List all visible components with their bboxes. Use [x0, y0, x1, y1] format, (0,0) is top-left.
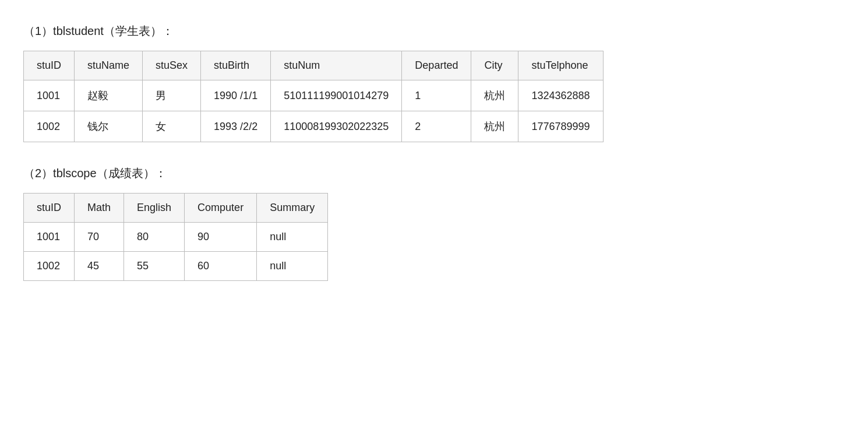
section1-header-row: stuIDstuNamestuSexstuBirthstuNumDeparted… — [24, 51, 604, 80]
table-row: 1002钱尔女1993 /2/21100081993020223252杭州177… — [24, 111, 604, 142]
table-cell: 1324362888 — [518, 80, 603, 111]
table-cell: 55 — [124, 252, 185, 281]
table-cell: 1001 — [24, 223, 75, 252]
section2-header-row: stuIDMathEnglishComputerSummary — [24, 194, 328, 223]
table-row: 1001赵毅男1990 /1/15101111990010142791杭州132… — [24, 80, 604, 111]
table-cell: 2 — [402, 111, 471, 142]
section1-col-header: stuName — [75, 51, 143, 80]
section1-col-header: stuBirth — [201, 51, 271, 80]
section2-col-header: English — [124, 194, 185, 223]
table-cell: 男 — [143, 80, 201, 111]
section1-col-header: City — [471, 51, 518, 80]
table-cell: 女 — [143, 111, 201, 142]
table-cell: 110008199302022325 — [271, 111, 402, 142]
section2-tbody: 1001708090null1002455560null — [24, 223, 328, 281]
section1: （1）tblstudent（学生表）： stuIDstuNamestuSexst… — [23, 23, 845, 142]
table-row: 1001708090null — [24, 223, 328, 252]
section1-title: （1）tblstudent（学生表）： — [23, 23, 845, 39]
table-row: 1002455560null — [24, 252, 328, 281]
section1-tbody: 1001赵毅男1990 /1/15101111990010142791杭州132… — [24, 80, 604, 142]
section2-table: stuIDMathEnglishComputerSummary 10017080… — [23, 193, 328, 281]
section1-col-header: stuID — [24, 51, 75, 80]
table-cell: 60 — [185, 252, 257, 281]
section1-table-wrapper: stuIDstuNamestuSexstuBirthstuNumDeparted… — [23, 51, 845, 142]
table-cell: 1993 /2/2 — [201, 111, 271, 142]
table-cell: 80 — [124, 223, 185, 252]
table-cell: 510111199001014279 — [271, 80, 402, 111]
section2-col-header: Computer — [185, 194, 257, 223]
table-cell: 1001 — [24, 80, 75, 111]
table-cell: null — [257, 223, 328, 252]
section2-title: （2）tblscope（成绩表）： — [23, 166, 845, 181]
table-cell: 1 — [402, 80, 471, 111]
section1-col-header: stuSex — [143, 51, 201, 80]
table-cell: 杭州 — [471, 111, 518, 142]
section2: （2）tblscope（成绩表）： stuIDMathEnglishComput… — [23, 166, 845, 281]
table-cell: 钱尔 — [75, 111, 143, 142]
table-cell: 1002 — [24, 111, 75, 142]
table-cell: 45 — [75, 252, 124, 281]
table-cell: 70 — [75, 223, 124, 252]
section1-col-header: stuNum — [271, 51, 402, 80]
table-cell: 1002 — [24, 252, 75, 281]
section2-col-header: stuID — [24, 194, 75, 223]
section1-col-header: Departed — [402, 51, 471, 80]
section2-table-wrapper: stuIDMathEnglishComputerSummary 10017080… — [23, 193, 845, 281]
table-cell: 90 — [185, 223, 257, 252]
table-cell: 杭州 — [471, 80, 518, 111]
table-cell: 赵毅 — [75, 80, 143, 111]
section1-col-header: stuTelphone — [518, 51, 603, 80]
table-cell: null — [257, 252, 328, 281]
section2-col-header: Summary — [257, 194, 328, 223]
section2-col-header: Math — [75, 194, 124, 223]
table-cell: 1776789999 — [518, 111, 603, 142]
section1-table: stuIDstuNamestuSexstuBirthstuNumDeparted… — [23, 51, 604, 142]
table-cell: 1990 /1/1 — [201, 80, 271, 111]
